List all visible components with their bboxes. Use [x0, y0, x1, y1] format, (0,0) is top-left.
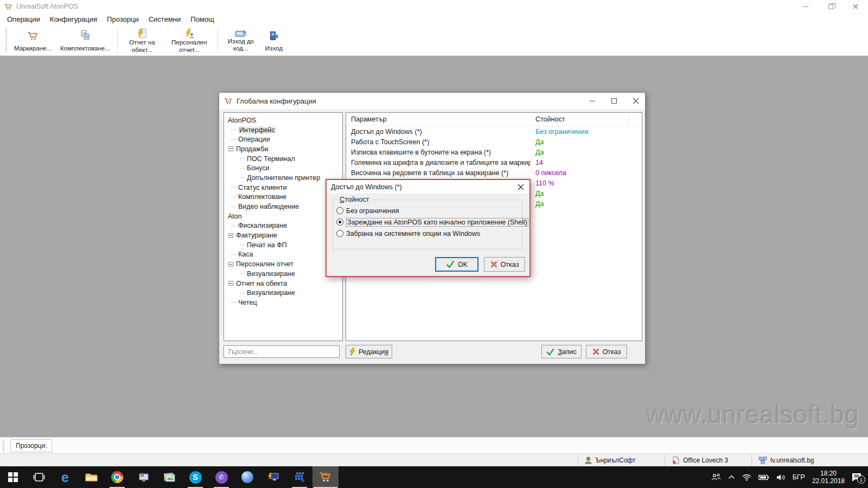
system-tray: БГР 18:20 22.01.2018 1 — [711, 466, 868, 488]
watermark: www.unrealsoft.bg — [646, 400, 859, 429]
atonpos-taskbar-button[interactable] — [312, 466, 339, 488]
tree-item-bonuses[interactable]: Бонуси — [224, 163, 342, 173]
pos-terminal-button[interactable] — [260, 466, 286, 488]
start-button[interactable] — [0, 466, 26, 488]
search-input[interactable] — [224, 345, 340, 358]
radio-option-no-limits[interactable]: Без ограничения — [336, 205, 522, 216]
people-icon[interactable] — [711, 473, 721, 481]
toolbar-grip — [5, 29, 7, 52]
tree-item-video[interactable]: Видео наблюдение — [224, 202, 342, 211]
save-button[interactable]: Запис — [541, 345, 582, 358]
maximize-button[interactable] — [610, 97, 618, 105]
menu-system[interactable]: Системни — [144, 14, 186, 24]
tree-item-atonpos[interactable]: AtonPOS — [224, 115, 342, 125]
menu-bar: Операции Конфигурация Прозорци Системни … — [0, 13, 868, 25]
viber-button[interactable]: ✆ — [208, 466, 234, 488]
minimize-icon — [590, 101, 595, 101]
cancel-button[interactable]: Отказ — [586, 345, 627, 358]
edit-button[interactable]: Редакция — [346, 345, 392, 358]
battery-icon[interactable] — [758, 474, 769, 480]
param-row[interactable]: Големина на шрифта в диалозите и таблици… — [346, 157, 642, 168]
minimize-icon — [803, 7, 808, 7]
config-cart-icon — [224, 98, 233, 105]
chrome-button[interactable] — [104, 466, 130, 488]
collapse-icon[interactable] — [228, 262, 233, 267]
viber-icon: ✆ — [215, 471, 228, 484]
cube-app-button[interactable] — [286, 466, 312, 488]
cancel-button[interactable]: Отказ — [484, 257, 525, 272]
tree-item-invoicing[interactable]: Фактуриране — [224, 230, 342, 240]
hidden-icons-chevron[interactable] — [728, 475, 735, 479]
tree-item-fiscal[interactable]: Фискализиране — [224, 221, 342, 231]
param-row[interactable]: Изписва клавишите в бутоните на екрана (… — [346, 147, 642, 157]
tree-item-personal-report[interactable]: Персонален отчет — [224, 259, 342, 269]
tree-item-extra-printer[interactable]: Допълнителен принтер — [224, 173, 342, 183]
tree-item-cash[interactable]: Каса — [224, 250, 342, 260]
close-button[interactable] — [843, 0, 868, 13]
window-controls — [793, 0, 868, 13]
param-row[interactable]: Височина на редовете в таблици за маркир… — [346, 168, 642, 178]
ok-button[interactable]: OK — [435, 257, 478, 272]
cube-icon — [294, 472, 305, 483]
photos-button[interactable] — [156, 466, 182, 488]
tree-item-pos-terminal[interactable]: ПОС Терминал — [224, 154, 342, 164]
tree-item-visualization[interactable]: Визуализиране — [224, 288, 342, 298]
taskbar-apps: e R S ✆ — [0, 466, 339, 488]
dialog-title: Достъп до Windows (*) — [331, 183, 402, 191]
personal-report-button[interactable]: Персонален отчет... — [164, 27, 215, 54]
tree-item-interface[interactable]: Интерфейс — [224, 125, 342, 135]
exit-to-code-icon — [235, 28, 247, 38]
radio-option-restrict-system[interactable]: Забрана на системните опции на Windows — [336, 228, 522, 239]
taskbar-clock[interactable]: 18:20 22.01.2018 — [812, 470, 845, 485]
remote-desktop-button[interactable]: R — [130, 466, 156, 488]
collapse-icon[interactable] — [228, 233, 233, 238]
minimize-button[interactable] — [793, 0, 818, 13]
file-explorer-button[interactable] — [78, 466, 104, 488]
speaker-icon[interactable] — [776, 474, 786, 481]
status-bar: ЪнриълСофт Office Lovech 3 lv.unrealsoft… — [0, 453, 868, 466]
wifi-icon[interactable] — [742, 474, 751, 481]
restore-button[interactable] — [818, 0, 843, 13]
tree-item-operations[interactable]: Операции — [224, 134, 342, 144]
radio-option-shell[interactable]: Зареждане на AtonPOS като начално прилож… — [336, 216, 522, 228]
tree-item-aton[interactable]: Aton — [224, 211, 342, 221]
tree-item-sales[interactable]: Продажби — [224, 144, 342, 154]
menu-operations[interactable]: Операции — [2, 14, 45, 24]
collapse-icon[interactable] — [228, 146, 233, 151]
close-button[interactable] — [517, 183, 525, 191]
komplektovane-button[interactable]: 1322 Комплектоване... — [56, 27, 114, 54]
notification-center-button[interactable]: 1 — [852, 473, 861, 481]
config-tree-panel: AtonPOS Интерфейс Операции Продажби ПОС … — [224, 112, 343, 341]
menu-configuration[interactable]: Конфигурация — [45, 14, 102, 24]
minimize-button[interactable] — [589, 97, 596, 105]
radio-icon — [336, 207, 343, 214]
calendar-icon: 1322 — [80, 28, 91, 41]
markirane-button[interactable]: Маркиране... — [10, 27, 56, 54]
close-button[interactable] — [632, 97, 640, 105]
param-row[interactable]: Работа с TouchScreen (*)Да — [346, 137, 642, 147]
edge-button[interactable]: e — [52, 466, 78, 488]
status-panel-office: Office Lovech 3 — [665, 454, 751, 466]
menu-windows[interactable]: Прозорци — [102, 14, 144, 24]
sphere-app-button[interactable] — [234, 466, 260, 488]
tree-item-object-report[interactable]: Отчет на обекта — [224, 279, 342, 288]
skype-button[interactable]: S — [182, 466, 208, 488]
access-windows-dialog: Достъп до Windows (*) Стойност Без огран… — [326, 179, 531, 277]
task-view-button[interactable] — [26, 466, 52, 488]
tree-item-fp-print[interactable]: Печат на ФП — [224, 240, 342, 250]
groupbox-label: Стойност — [337, 196, 371, 203]
tree-item-komplektovane[interactable]: Комплектоване — [224, 192, 342, 202]
param-row[interactable]: Достъп до Windows (*)Без ограничения — [346, 126, 642, 137]
exit-button[interactable]: Изход — [261, 27, 287, 54]
object-report-button[interactable]: Отчет на обект... — [120, 27, 164, 54]
exit-to-code-button[interactable]: Изход до код... — [221, 27, 261, 54]
network-icon — [758, 457, 767, 464]
collapse-icon[interactable] — [228, 281, 233, 286]
tree-item-client-status[interactable]: Статус клиенти — [224, 183, 342, 192]
language-indicator[interactable]: БГР — [793, 473, 805, 481]
tree-item-visualization[interactable]: Визуализиране — [224, 269, 342, 279]
menu-help[interactable]: Помощ — [186, 14, 219, 24]
app-title: UnrealSoft AtonPOS — [16, 3, 78, 10]
tree-item-reader[interactable]: Четец — [224, 298, 342, 307]
skype-icon: S — [189, 471, 202, 484]
